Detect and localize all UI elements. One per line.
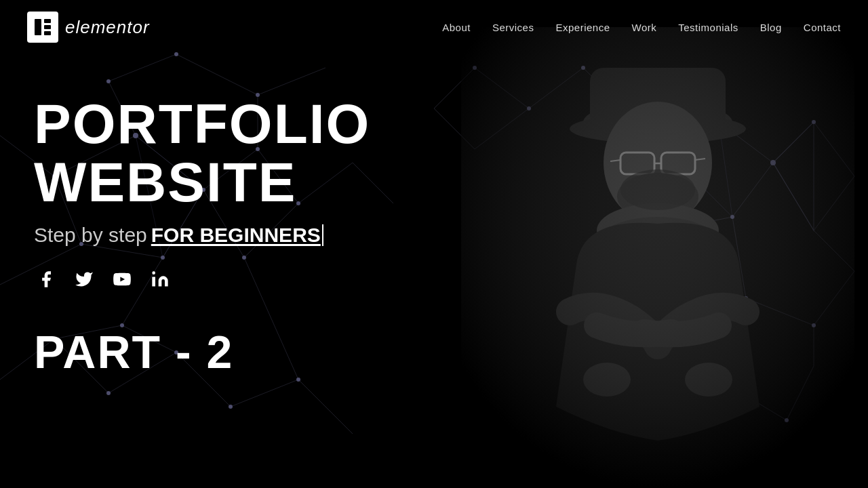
svg-rect-95 (152, 277, 155, 287)
elementor-icon (27, 12, 58, 43)
subtitle-plain: Step by step (34, 224, 147, 247)
nav-experience[interactable]: Experience (555, 22, 610, 33)
hero-section: PORTFOLIO WEBSITE Step by step FOR BEGIN… (0, 54, 475, 378)
svg-point-96 (152, 272, 155, 275)
youtube-icon[interactable] (110, 267, 134, 291)
logo-text: elementor (65, 17, 150, 38)
hero-title: PORTFOLIO WEBSITE (34, 95, 441, 211)
svg-rect-90 (35, 19, 41, 35)
linkedin-icon[interactable] (148, 267, 172, 291)
header: elementor About Services Experience Work… (0, 0, 868, 54)
svg-line-19 (231, 380, 298, 407)
subtitle-bold: FOR BEGINNERS (151, 224, 321, 247)
nav-work[interactable]: Work (632, 22, 657, 33)
svg-line-23 (298, 380, 353, 434)
svg-rect-91 (44, 19, 51, 23)
person-image (448, 27, 868, 488)
nav-testimonials[interactable]: Testimonials (678, 22, 738, 33)
social-links (34, 267, 441, 291)
main-nav: About Services Experience Work Testimoni… (442, 22, 841, 33)
nav-contact[interactable]: Contact (804, 22, 841, 33)
nav-about[interactable]: About (442, 22, 471, 33)
hero-subtitle: Step by step FOR BEGINNERS (34, 224, 441, 247)
part-label: PART - 2 (34, 325, 441, 378)
svg-rect-93 (44, 31, 51, 35)
svg-rect-112 (461, 27, 854, 488)
facebook-icon[interactable] (34, 267, 58, 291)
svg-point-68 (106, 391, 111, 395)
nav-blog[interactable]: Blog (760, 22, 782, 33)
svg-rect-92 (44, 25, 51, 29)
twitter-icon[interactable] (72, 267, 96, 291)
svg-point-70 (229, 405, 233, 409)
text-cursor (322, 224, 323, 246)
nav-services[interactable]: Services (492, 22, 534, 33)
logo: elementor (27, 12, 150, 43)
